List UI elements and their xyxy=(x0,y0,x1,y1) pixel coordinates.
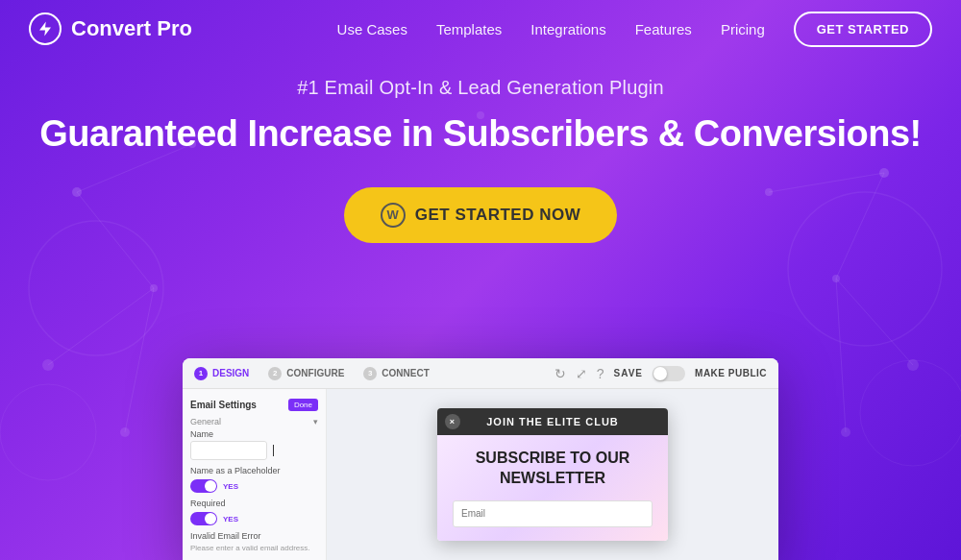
sidebar-group-general-label: General xyxy=(190,417,221,426)
preview-toolbar: 1 DESIGN 2 CONFIGURE 3 CONNECT ↻ ⤢ ? SAV… xyxy=(183,358,778,389)
svg-line-16 xyxy=(836,279,913,365)
sidebar-placeholder-toggle-field: Name as a Placeholder YES xyxy=(190,466,318,493)
refresh-icon[interactable]: ↻ xyxy=(554,366,566,381)
popup-header: × JOIN THE ELITE CLUB xyxy=(437,408,668,435)
placeholder-toggle[interactable] xyxy=(190,479,217,493)
nav-pricing[interactable]: Pricing xyxy=(721,21,765,37)
make-public-toggle[interactable] xyxy=(653,366,685,381)
sidebar-name-field: Name xyxy=(190,429,318,460)
save-button[interactable]: SAVE xyxy=(614,368,644,378)
main-nav: Use Cases Templates Integrations Feature… xyxy=(337,12,932,47)
sidebar-name-input[interactable] xyxy=(190,441,267,460)
sidebar-group-general: General ▾ xyxy=(190,417,318,426)
popup-body: SUBSCRIBE TO OUR NEWSLETTER xyxy=(437,435,668,541)
sidebar-error-hint: Please enter a valid email address. xyxy=(190,544,318,552)
toolbar-tab-design[interactable]: 1 DESIGN xyxy=(194,367,249,380)
sidebar-placeholder-label: Name as a Placeholder xyxy=(190,466,318,475)
svg-point-2 xyxy=(42,359,54,371)
popup-close-button[interactable]: × xyxy=(445,414,460,429)
tab-design-label: DESIGN xyxy=(212,368,249,378)
brand-name: Convert Pro xyxy=(71,16,192,41)
sidebar-error-label: Invalid Email Error xyxy=(190,531,318,541)
wordpress-icon: W xyxy=(381,203,406,228)
toggle-knob xyxy=(653,367,667,380)
preview-window: 1 DESIGN 2 CONFIGURE 3 CONNECT ↻ ⤢ ? SAV… xyxy=(183,358,778,560)
preview-canvas: × JOIN THE ELITE CLUB SUBSCRIBE TO OUR N… xyxy=(327,389,778,560)
svg-point-1 xyxy=(150,284,158,292)
required-toggle-row: YES xyxy=(190,512,318,525)
logo[interactable]: Convert Pro xyxy=(29,12,192,45)
svg-point-7 xyxy=(907,359,919,371)
hero-subtitle: #1 Email Opt-In & Lead Generation Plugin xyxy=(19,77,942,99)
sidebar-group-chevron: ▾ xyxy=(313,417,318,426)
hero-section: Convert Pro Use Cases Templates Integrat… xyxy=(0,0,961,560)
tab-design-num: 1 xyxy=(194,367,208,380)
required-toggle[interactable] xyxy=(190,512,217,525)
placeholder-toggle-row: YES xyxy=(190,479,318,493)
tab-connect-label: CONNECT xyxy=(382,368,429,378)
header-get-started-button[interactable]: GET STARTED xyxy=(794,12,932,47)
header: Convert Pro Use Cases Templates Integrat… xyxy=(0,0,961,58)
svg-point-21 xyxy=(0,384,96,480)
nav-use-cases[interactable]: Use Cases xyxy=(337,21,407,37)
tab-configure-label: CONFIGURE xyxy=(286,368,344,378)
svg-line-14 xyxy=(125,288,154,432)
svg-line-12 xyxy=(48,288,154,365)
sidebar-name-label: Name xyxy=(190,429,318,439)
cursor-indicator xyxy=(273,445,274,456)
tab-connect-num: 3 xyxy=(363,367,377,380)
share-icon[interactable]: ⤢ xyxy=(576,366,587,381)
svg-point-4 xyxy=(120,427,130,437)
nav-templates[interactable]: Templates xyxy=(436,21,502,37)
sidebar-section-title-text: Email Settings xyxy=(190,400,257,410)
toolbar-tab-connect[interactable]: 3 CONNECT xyxy=(363,367,429,380)
preview-container: 1 DESIGN 2 CONFIGURE 3 CONNECT ↻ ⤢ ? SAV… xyxy=(183,358,778,560)
svg-line-18 xyxy=(836,279,846,432)
hero-cta-button[interactable]: W GET STARTED NOW xyxy=(344,187,617,243)
sidebar-done-button[interactable]: Done xyxy=(288,399,318,411)
required-toggle-value: YES xyxy=(223,515,238,523)
make-public-label: MAKE PUBLIC xyxy=(695,368,767,378)
sidebar-required-label: Required xyxy=(190,499,318,508)
nav-features[interactable]: Features xyxy=(635,21,692,37)
popup-title: SUBSCRIBE TO OUR NEWSLETTER xyxy=(453,449,653,489)
help-icon[interactable]: ? xyxy=(597,366,604,381)
popup-preview: × JOIN THE ELITE CLUB SUBSCRIBE TO OUR N… xyxy=(437,408,668,541)
hero-cta-label: GET STARTED NOW xyxy=(415,206,580,225)
sidebar-required-toggle-field: Required YES xyxy=(190,499,318,525)
nav-integrations[interactable]: Integrations xyxy=(530,21,605,37)
toolbar-right-actions: ↻ ⤢ ? SAVE MAKE PUBLIC xyxy=(554,366,767,381)
sidebar-section-header: Email Settings Done xyxy=(190,399,318,411)
svg-point-6 xyxy=(832,275,840,282)
hero-content: #1 Email Opt-In & Lead Generation Plugin… xyxy=(0,77,961,243)
preview-sidebar: Email Settings Done General ▾ Name xyxy=(183,389,327,560)
close-icon: × xyxy=(450,417,456,426)
svg-point-9 xyxy=(841,427,850,437)
logo-icon xyxy=(29,12,62,45)
tab-configure-num: 2 xyxy=(268,367,282,380)
popup-header-text: JOIN THE ELITE CLUB xyxy=(486,416,619,427)
sidebar-error-field: Invalid Email Error Please enter a valid… xyxy=(190,531,318,552)
placeholder-toggle-value: YES xyxy=(223,482,238,491)
preview-body: Email Settings Done General ▾ Name xyxy=(183,389,778,560)
toolbar-tab-configure[interactable]: 2 CONFIGURE xyxy=(268,367,344,380)
hero-title: Guaranteed Increase in Subscribers & Con… xyxy=(19,112,942,157)
popup-email-input[interactable] xyxy=(453,500,653,527)
svg-point-22 xyxy=(860,360,961,466)
